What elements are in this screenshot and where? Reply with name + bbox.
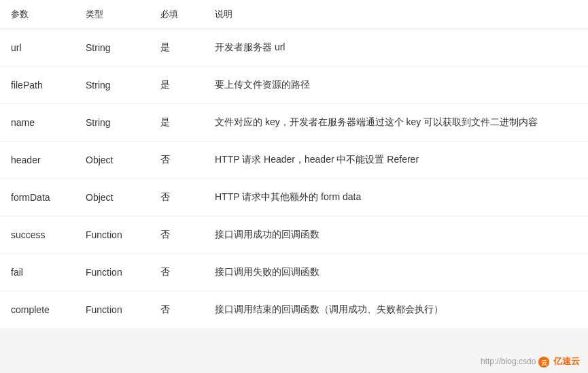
- cell-param: formData: [0, 179, 75, 216]
- params-table: 参数 类型 必填 说明 urlString是开发者服务器 urlfilePath…: [0, 0, 588, 328]
- cell-desc: 接口调用失败的回调函数: [204, 254, 588, 291]
- cell-desc: 接口调用成功的回调函数: [204, 216, 588, 254]
- watermark-brand: 云 亿速云: [538, 355, 580, 368]
- cell-required: 否: [150, 254, 204, 291]
- cell-required: 否: [150, 179, 204, 216]
- cell-param: complete: [0, 291, 75, 329]
- svg-text:云: 云: [541, 359, 547, 366]
- cell-type: Function: [75, 216, 150, 254]
- cell-type: String: [75, 104, 150, 142]
- cell-param: url: [0, 29, 75, 67]
- cell-required: 否: [150, 142, 204, 179]
- table-row: filePathString是要上传文件资源的路径: [0, 67, 588, 104]
- cell-required: 是: [150, 67, 204, 104]
- table-row: nameString是文件对应的 key，开发者在服务器端通过这个 key 可以…: [0, 104, 588, 142]
- table-row: completeFunction否接口调用结束的回调函数（调用成功、失败都会执行…: [0, 291, 588, 329]
- col-header-type: 类型: [75, 0, 150, 29]
- cell-type: Object: [75, 179, 150, 216]
- cell-required: 是: [150, 29, 204, 67]
- cell-type: String: [75, 67, 150, 104]
- col-header-param: 参数: [0, 0, 75, 29]
- cell-type: String: [75, 29, 150, 67]
- watermark: http://blog.csdo 云 亿速云: [481, 355, 580, 368]
- cell-desc: 接口调用结束的回调函数（调用成功、失败都会执行）: [204, 291, 588, 329]
- cell-required: 否: [150, 216, 204, 254]
- table-row: urlString是开发者服务器 url: [0, 29, 588, 67]
- cell-desc: HTTP 请求 Header，header 中不能设置 Referer: [204, 142, 588, 179]
- table-row: formDataObject否HTTP 请求中其他额外的 form data: [0, 179, 588, 216]
- cell-param: fail: [0, 254, 75, 291]
- cell-desc: 开发者服务器 url: [204, 29, 588, 67]
- col-header-required: 必填: [150, 0, 204, 29]
- cell-desc: 要上传文件资源的路径: [204, 67, 588, 104]
- cell-type: Function: [75, 254, 150, 291]
- table-row: headerObject否HTTP 请求 Header，header 中不能设置…: [0, 142, 588, 179]
- table-row: failFunction否接口调用失败的回调函数: [0, 254, 588, 291]
- cell-param: success: [0, 216, 75, 254]
- cell-type: Function: [75, 291, 150, 329]
- col-header-desc: 说明: [204, 0, 588, 29]
- watermark-url: http://blog.csdo: [481, 357, 536, 366]
- cell-required: 否: [150, 291, 204, 329]
- table-header-row: 参数 类型 必填 说明: [0, 0, 588, 29]
- cell-param: filePath: [0, 67, 75, 104]
- cell-desc: 文件对应的 key，开发者在服务器端通过这个 key 可以获取到文件二进制内容: [204, 104, 588, 142]
- table-container: 参数 类型 必填 说明 urlString是开发者服务器 urlfilePath…: [0, 0, 588, 328]
- cell-type: Object: [75, 142, 150, 179]
- cell-param: header: [0, 142, 75, 179]
- cell-desc: HTTP 请求中其他额外的 form data: [204, 179, 588, 216]
- cell-required: 是: [150, 104, 204, 142]
- table-row: successFunction否接口调用成功的回调函数: [0, 216, 588, 254]
- cell-param: name: [0, 104, 75, 142]
